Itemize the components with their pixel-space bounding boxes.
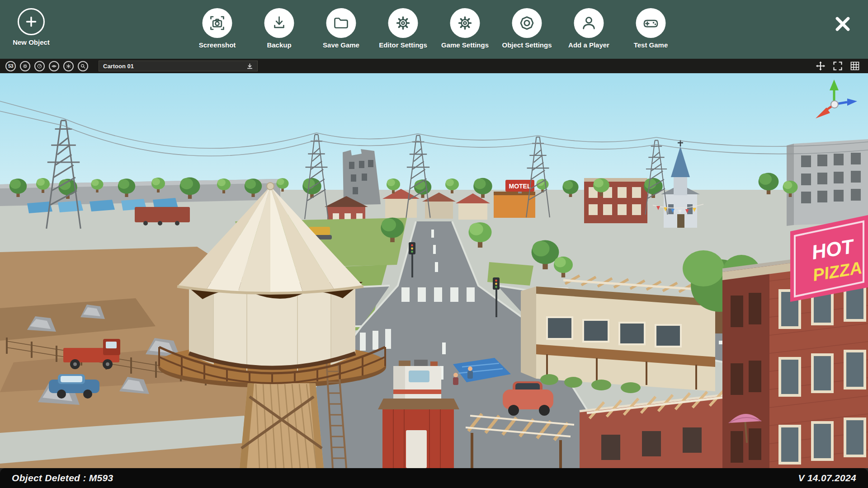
object-count-value: 53 (8, 63, 13, 69)
gizmo-y-axis[interactable] (830, 80, 839, 90)
editor-settings-button[interactable]: Editor Settings (374, 8, 433, 49)
tool-snowflake-button[interactable] (63, 61, 74, 71)
nut-icon (512, 8, 542, 38)
save-game-label: Save Game (323, 41, 359, 49)
style-dropdown[interactable]: Cartoon 01 (99, 61, 258, 71)
camera-icon (203, 8, 232, 38)
add-player-label: Add a Player (568, 41, 609, 49)
screenshot-button[interactable]: Screenshot (188, 8, 247, 49)
download-icon (264, 8, 294, 38)
fullscreen-icon (833, 61, 843, 71)
grid-button[interactable] (850, 61, 860, 71)
dropdown-arrow-icon (246, 63, 253, 70)
screenshot-label: Screenshot (199, 41, 236, 49)
object-count-badge: 53 (5, 61, 16, 71)
gizmo-center[interactable] (831, 101, 838, 108)
tool-eye-button[interactable] (49, 61, 59, 71)
player-icon (574, 8, 604, 38)
motel-sign-text: MOTEL (509, 183, 531, 190)
view-tools (816, 61, 863, 71)
fullscreen-button[interactable] (833, 61, 843, 71)
test-game-button[interactable]: Test Game (622, 8, 680, 49)
backup-button[interactable]: Backup (250, 8, 309, 49)
tool-compass-button[interactable] (34, 61, 45, 71)
grid-icon (850, 61, 860, 71)
object-settings-label: Object Settings (502, 41, 552, 49)
backup-label: Backup (267, 41, 291, 49)
object-settings-button[interactable]: Object Settings (498, 8, 557, 49)
toolbar-actions: Screenshot Backup Save Game (188, 8, 680, 49)
tool-search-button[interactable] (78, 61, 88, 71)
save-game-button[interactable]: Save Game (312, 8, 371, 49)
close-icon (833, 28, 853, 35)
folder-icon (326, 8, 356, 38)
new-object-label: New Object (13, 38, 50, 46)
status-bar: Object Deleted : M593 V 14.07.2024 (0, 468, 868, 488)
move-icon (816, 61, 826, 71)
eye-icon (51, 63, 57, 69)
gear-icon (450, 8, 480, 38)
red-shack (378, 399, 459, 468)
plus-circle-icon (18, 8, 45, 35)
gear-icon (388, 8, 418, 38)
orientation-gizmo[interactable] (808, 78, 858, 127)
compass-icon (37, 63, 42, 69)
gear-icon (22, 63, 28, 69)
viewport-3d[interactable]: MOTEL (0, 73, 868, 468)
style-dropdown-value: Cartoon 01 (103, 63, 246, 70)
snowflake-icon (66, 63, 71, 69)
search-icon (80, 63, 86, 69)
editor-settings-label: Editor Settings (379, 41, 427, 49)
3d-scene: MOTEL (0, 73, 868, 468)
editor-sub-toolbar: 53 Cartoon 01 (0, 59, 868, 73)
close-editor-button[interactable] (832, 14, 854, 35)
test-game-label: Test Game (634, 41, 668, 49)
tool-gear-button[interactable] (20, 61, 30, 71)
game-editor: New Object Screenshot (0, 0, 868, 488)
add-player-button[interactable]: Add a Player (560, 8, 618, 49)
gamepad-icon (636, 8, 666, 38)
gizmo-z-axis[interactable] (847, 99, 857, 106)
game-settings-label: Game Settings (441, 41, 489, 49)
pan-tool-button[interactable] (816, 61, 826, 71)
game-settings-button[interactable]: Game Settings (436, 8, 495, 49)
new-object-button[interactable]: New Object (4, 8, 59, 46)
status-message: Object Deleted : M593 (12, 473, 113, 483)
version-label: V 14.07.2024 (798, 473, 856, 483)
top-toolbar: New Object Screenshot (0, 0, 868, 59)
